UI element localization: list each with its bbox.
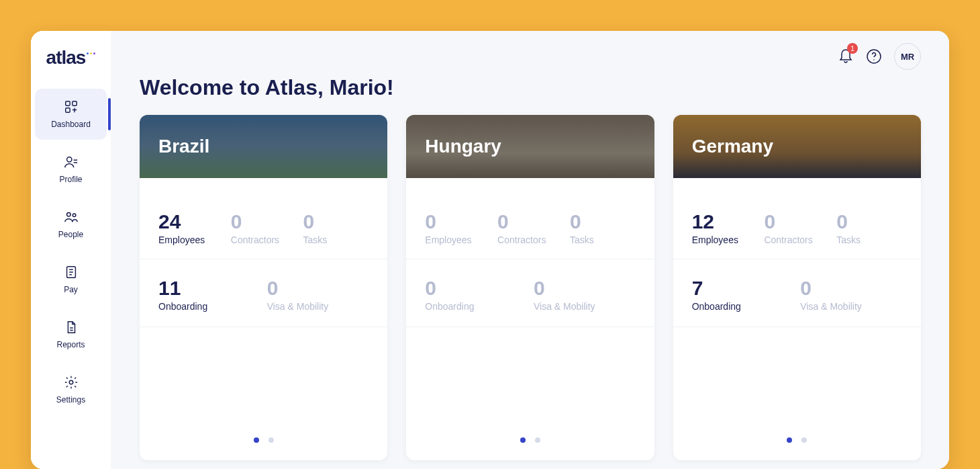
sidebar-item-dashboard[interactable]: Dashboard [35,89,107,140]
country-name: Germany [692,136,773,157]
stat-onboarding: 11 Onboarding [158,278,260,312]
stat-tasks: 0 Tasks [303,212,369,245]
country-card-brazil[interactable]: Brazil 24 Employees 0 Contractors 0 Task… [140,115,387,460]
sidebar: atlas Dashboard Profile People Pay [31,31,111,469]
stat-number: 11 [158,278,260,298]
stat-contractors: 0 Contractors [764,212,830,245]
stat-number: 0 [497,212,563,232]
stat-grid-bottom: 7 Onboarding 0 Visa & Mobility [673,259,921,327]
stat-tasks: 0 Tasks [836,212,902,245]
stat-number: 0 [303,212,369,232]
stat-label: Contractors [497,234,563,245]
stat-grid-top: 0 Employees 0 Contractors 0 Tasks [406,178,654,259]
country-cards-row: Brazil 24 Employees 0 Contractors 0 Task… [140,115,921,460]
pay-icon [64,265,79,280]
nav-label: Profile [59,175,82,184]
help-icon[interactable] [866,48,882,65]
brand-logo: atlas [46,47,96,69]
stat-contractors: 0 Contractors [231,212,297,245]
notification-badge: 1 [847,43,858,54]
sidebar-nav: Dashboard Profile People Pay Reports Set… [31,89,111,415]
card-pagination [406,437,654,460]
svg-point-4 [66,213,70,217]
svg-point-3 [66,157,71,162]
stat-grid-bottom: 11 Onboarding 0 Visa & Mobility [140,259,387,327]
nav-label: Settings [56,395,85,404]
stat-employees: 12 Employees [692,212,758,245]
sidebar-item-reports[interactable]: Reports [31,309,111,360]
card-pagination [673,437,921,460]
avatar-initials: MR [901,52,914,62]
stat-number: 0 [425,212,491,232]
pagination-dot[interactable] [268,437,274,443]
stat-visa: 0 Visa & Mobility [534,278,636,312]
stat-label: Visa & Mobility [534,301,636,312]
stat-label: Onboarding [425,301,527,312]
country-card-hungary[interactable]: Hungary 0 Employees 0 Contractors 0 Task… [406,115,654,460]
stat-visa: 0 Visa & Mobility [800,278,902,312]
stat-employees: 24 Employees [158,212,224,245]
stat-grid-top: 12 Employees 0 Contractors 0 Tasks [673,178,921,259]
stat-number: 0 [800,278,902,298]
stat-number: 7 [692,278,794,298]
stat-label: Contractors [764,234,830,245]
stat-contractors: 0 Contractors [497,212,563,245]
sidebar-item-pay[interactable]: Pay [31,254,111,305]
notifications-button[interactable]: 1 [838,47,854,66]
card-pagination [140,437,387,460]
app-window: atlas Dashboard Profile People Pay [31,31,949,469]
stat-label: Tasks [570,234,636,245]
nav-label: People [58,230,83,239]
svg-point-5 [72,214,76,217]
svg-point-7 [69,380,73,384]
svg-rect-2 [65,108,69,112]
stat-number: 0 [231,212,297,232]
dashboard-icon [64,99,79,114]
stat-visa: 0 Visa & Mobility [267,278,369,312]
avatar[interactable]: MR [894,43,921,70]
stat-label: Tasks [836,234,902,245]
main-content: 1 MR Welcome to Atlas, Mario! Brazil 24 [111,31,949,469]
settings-icon [64,375,79,390]
topbar: 1 MR [838,43,921,70]
country-card-germany[interactable]: Germany 12 Employees 0 Contractors 0 Tas… [673,115,921,460]
pagination-dot[interactable] [520,437,526,443]
stat-number: 0 [570,212,636,232]
stat-number: 0 [534,278,636,298]
sidebar-item-profile[interactable]: Profile [31,144,111,195]
page-title: Welcome to Atlas, Mario! [140,75,921,100]
stat-number: 0 [425,278,527,298]
stat-label: Onboarding [692,301,794,312]
stat-label: Tasks [303,234,369,245]
pagination-dot[interactable] [254,437,259,443]
stat-label: Contractors [231,234,297,245]
stat-number: 24 [158,212,224,232]
country-name: Brazil [158,136,209,157]
svg-rect-1 [72,101,76,105]
stat-onboarding: 0 Onboarding [425,278,527,312]
sidebar-item-settings[interactable]: Settings [31,364,111,415]
svg-point-9 [873,59,875,60]
stat-label: Visa & Mobility [800,301,902,312]
stat-grid-bottom: 0 Onboarding 0 Visa & Mobility [406,259,654,327]
stat-number: 0 [764,212,830,232]
stat-tasks: 0 Tasks [570,212,636,245]
svg-rect-0 [65,101,69,105]
pagination-dot[interactable] [787,437,792,443]
stat-number: 12 [692,212,758,232]
stat-label: Employees [692,234,758,245]
card-hero: Brazil [140,115,387,178]
brand-dots-icon [87,52,95,54]
stat-onboarding: 7 Onboarding [692,278,794,312]
pagination-dot[interactable] [801,437,807,443]
sidebar-item-people[interactable]: People [31,199,111,250]
pagination-dot[interactable] [535,437,540,443]
stat-label: Employees [425,234,491,245]
stat-employees: 0 Employees [425,212,491,245]
reports-icon [64,320,79,335]
stat-label: Onboarding [158,301,260,312]
stat-label: Employees [158,234,224,245]
people-icon [64,210,79,224]
profile-icon [64,155,79,169]
nav-label: Dashboard [51,120,91,129]
